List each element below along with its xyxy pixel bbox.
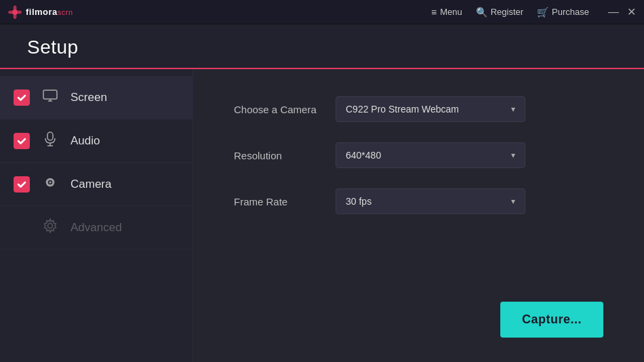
svg-point-4 — [16, 10, 22, 14]
camera-label: Camera — [71, 178, 111, 191]
close-button[interactable]: ✕ — [627, 7, 636, 18]
logo-text: filmorascrn — [26, 7, 73, 17]
framerate-select[interactable]: 30 fps ▾ — [336, 188, 525, 214]
capture-button[interactable]: Capture... — [500, 302, 603, 338]
purchase-button[interactable]: 🛒 Purchase — [537, 7, 589, 18]
camera-field-label: Choose a Camera — [234, 104, 322, 115]
screen-label: Screen — [71, 91, 107, 104]
logo-icon — [8, 5, 22, 19]
svg-point-2 — [14, 14, 17, 19]
sidebar-item-camera[interactable]: Camera — [0, 163, 193, 206]
screen-checkbox[interactable] — [14, 89, 30, 106]
sidebar-item-screen[interactable]: Screen — [0, 76, 193, 119]
svg-point-12 — [49, 182, 52, 184]
page-title: Setup — [27, 37, 617, 68]
resolution-field-label: Resolution — [234, 150, 322, 161]
svg-point-14 — [48, 224, 53, 228]
advanced-label: Advanced — [71, 221, 122, 235]
register-button[interactable]: 🔍 Register — [476, 7, 523, 18]
chevron-down-icon-2: ▾ — [511, 150, 515, 160]
content-area: Choose a Camera C922 Pro Stream Webcam ▾… — [193, 69, 644, 362]
camera-icon — [41, 175, 60, 193]
resolution-select-value: 640*480 — [346, 150, 381, 161]
menu-icon: ≡ — [431, 7, 437, 18]
svg-point-3 — [8, 10, 14, 14]
screen-icon — [41, 88, 60, 106]
header: Setup — [0, 24, 644, 69]
camera-select[interactable]: C922 Pro Stream Webcam ▾ — [336, 96, 525, 122]
menu-button[interactable]: ≡ Menu — [431, 7, 462, 18]
gear-icon — [41, 218, 60, 237]
camera-row: Choose a Camera C922 Pro Stream Webcam ▾ — [234, 96, 603, 122]
titlebar-right: ≡ Menu 🔍 Register 🛒 Purchase — ✕ — [431, 7, 636, 18]
audio-icon — [41, 132, 60, 150]
main-content: Screen Audio — [0, 69, 644, 362]
audio-checkbox[interactable] — [14, 133, 30, 149]
chevron-down-icon-3: ▾ — [511, 197, 515, 206]
framerate-select-value: 30 fps — [346, 196, 371, 207]
titlebar-left: filmorascrn — [8, 5, 73, 19]
audio-label: Audio — [71, 134, 100, 148]
chevron-down-icon: ▾ — [511, 104, 515, 114]
framerate-field-label: Frame Rate — [234, 196, 322, 207]
titlebar: filmorascrn ≡ Menu 🔍 Register 🛒 Purchase… — [0, 0, 644, 24]
minimize-button[interactable]: — — [608, 7, 619, 18]
camera-checkbox[interactable] — [14, 176, 30, 193]
sidebar-item-audio[interactable]: Audio — [0, 119, 193, 163]
resolution-row: Resolution 640*480 ▾ — [234, 142, 603, 168]
sidebar-item-advanced[interactable]: Advanced — [0, 206, 193, 249]
register-icon: 🔍 — [476, 7, 487, 18]
window-controls: — ✕ — [608, 7, 636, 18]
svg-rect-8 — [47, 132, 53, 140]
resolution-select[interactable]: 640*480 ▾ — [336, 142, 525, 168]
svg-point-1 — [14, 5, 17, 11]
sidebar: Screen Audio — [0, 69, 193, 362]
framerate-row: Frame Rate 30 fps ▾ — [234, 188, 603, 214]
svg-rect-5 — [43, 90, 57, 99]
cart-icon: 🛒 — [537, 7, 548, 18]
camera-select-value: C922 Pro Stream Webcam — [346, 104, 459, 115]
